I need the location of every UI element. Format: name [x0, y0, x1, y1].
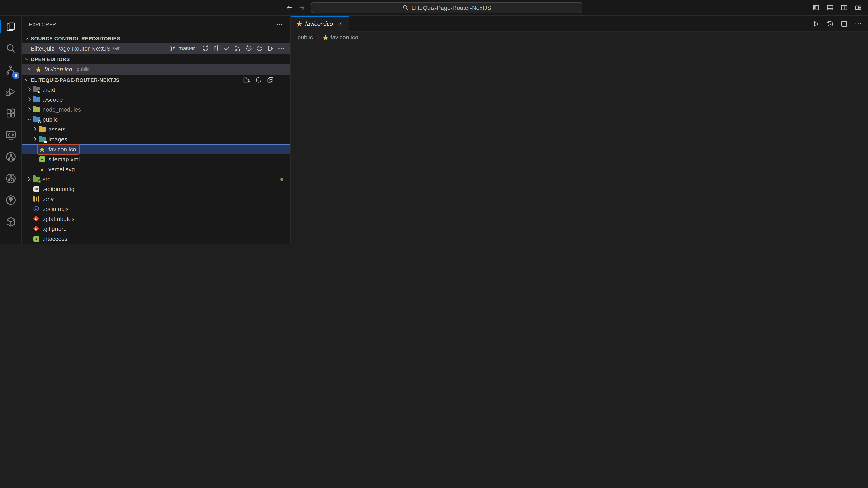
tree-item[interactable]: assets: [22, 124, 290, 134]
tree-item[interactable]: .gitignore: [22, 224, 290, 234]
activity-item-explorer[interactable]: [0, 16, 21, 37]
layout-control[interactable]: [827, 4, 834, 11]
git-modified-dot: [280, 177, 283, 181]
workspace-action[interactable]: [267, 76, 274, 84]
chevron-down-icon: [26, 116, 33, 123]
repo-name: EliteQuiz-Page-Router-NextJS: [31, 45, 111, 52]
tree-item[interactable]: N .next: [22, 85, 290, 94]
section-scm-repositories[interactable]: SOURCE CONTROL REPOSITORIES: [22, 33, 290, 43]
repo-action[interactable]: [223, 45, 230, 52]
xml-icon: ‹›: [38, 156, 46, 163]
eslint-icon: [33, 205, 40, 213]
env-icon: [33, 195, 40, 202]
repo-action[interactable]: [202, 45, 209, 52]
search-icon: [5, 43, 16, 54]
activity-item-project-manager[interactable]: [0, 211, 21, 233]
breadcrumb-item[interactable]: ★ favicon.ico: [315, 34, 358, 40]
nav-arrow-forward[interactable]: [298, 4, 306, 11]
workspace-action[interactable]: [255, 76, 262, 84]
tree-item[interactable]: ★ favicon.ico: [22, 144, 290, 154]
file-tree: N .next .vscode: [22, 85, 290, 244]
editor-group: ★ favicon.ico public ★ favicon.ico: [291, 16, 868, 244]
editor-action[interactable]: [840, 20, 848, 27]
explorer-sidebar: EXPLORER SOURCE CONTROL REPOSITORIES Eli…: [22, 16, 291, 244]
chevron-right-icon: [32, 126, 38, 132]
tree-item-label: vercel.svg: [49, 166, 75, 172]
repo-type: Git: [113, 46, 120, 51]
remote-explorer-icon: [5, 130, 16, 140]
tab-label: favicon.ico: [305, 20, 333, 27]
workspace-action[interactable]: [243, 76, 250, 84]
tree-item[interactable]: * vercel.svg: [22, 164, 290, 174]
star-icon: ★: [38, 145, 46, 153]
layout-control[interactable]: [812, 4, 819, 11]
activity-item-gitlens-inspect[interactable]: [0, 168, 21, 189]
nav-arrow-back[interactable]: [286, 4, 293, 11]
repo-action[interactable]: [256, 45, 263, 52]
command-center-search[interactable]: EliteQuiz-Page-Router-NextJS: [311, 2, 582, 13]
tree-item[interactable]: ec .editorconfig: [22, 184, 290, 194]
tree-item[interactable]: ‹› .htaccess: [22, 234, 290, 243]
activity-item-run-debug[interactable]: [0, 81, 21, 103]
tree-item-label: sitemap.xml: [49, 156, 80, 162]
layout-control[interactable]: [840, 4, 848, 11]
tree-item[interactable]: .eslintrc.js: [22, 204, 290, 214]
repo-action[interactable]: [278, 45, 285, 52]
activity-top: 9: [0, 16, 21, 233]
tree-item[interactable]: ‹› src: [22, 174, 290, 184]
repo-action[interactable]: [213, 45, 220, 52]
title-bar: EliteQuiz-Page-Router-NextJS: [0, 0, 868, 16]
folder-vscode-icon: [33, 96, 40, 103]
scm-badge: 9: [12, 72, 20, 79]
layout-control[interactable]: [855, 4, 862, 11]
tree-item-label: favicon.ico: [49, 146, 76, 153]
activity-item-gitlens[interactable]: [0, 146, 21, 168]
package-box-icon: [5, 217, 16, 227]
activity-item-source-control[interactable]: 9: [0, 59, 21, 81]
editor-action[interactable]: [812, 20, 819, 27]
activity-item-search[interactable]: [0, 37, 21, 59]
section-open-editors[interactable]: OPEN EDITORS: [22, 54, 290, 64]
sidebar-title: EXPLORER: [29, 22, 56, 27]
more-actions-icon[interactable]: [276, 21, 283, 28]
tab-favicon[interactable]: ★ favicon.ico: [291, 16, 349, 32]
activity-item-remote-explorer[interactable]: [0, 124, 21, 146]
tree-item-label: .editorconfig: [42, 186, 74, 192]
breadcrumb-item[interactable]: public: [298, 34, 313, 40]
activity-item-github[interactable]: [0, 189, 21, 211]
activity-item-extensions[interactable]: [0, 103, 21, 124]
close-icon[interactable]: [26, 66, 33, 72]
chevron-down-icon: [24, 35, 30, 41]
tree-item[interactable]: n .npmrc: [22, 243, 290, 244]
tree-item[interactable]: .vscode: [22, 94, 290, 104]
tree-item[interactable]: ‹› sitemap.xml: [22, 154, 290, 164]
github-icon: [5, 195, 16, 205]
editor-actions: [812, 16, 862, 32]
close-icon[interactable]: [338, 21, 344, 27]
workspace-action[interactable]: [278, 76, 286, 84]
repo-action[interactable]: [267, 45, 274, 52]
repo-actions: [202, 45, 285, 52]
chevron-right-icon: [26, 176, 33, 182]
search-icon: [402, 4, 409, 11]
repo-action[interactable]: [234, 45, 241, 52]
tree-item[interactable]: .env: [22, 194, 290, 204]
editor-action[interactable]: [855, 20, 862, 27]
image-preview-canvas[interactable]: [291, 42, 868, 244]
tree-item[interactable]: images: [22, 134, 290, 144]
scm-repo-row[interactable]: EliteQuiz-Page-Router-NextJS Git master*: [22, 43, 290, 54]
tree-item-label: assets: [49, 126, 65, 133]
repo-action[interactable]: [245, 45, 252, 52]
open-editor-row-favicon.ico[interactable]: ★ favicon.ico public: [22, 64, 290, 74]
git-branch-icon: [169, 45, 176, 52]
section-label: OPEN EDITORS: [31, 56, 70, 62]
chevron-right-icon: [32, 136, 38, 142]
section-workspace[interactable]: ELITEQUIZ-PAGE-ROUTER-NEXTJS: [22, 74, 290, 85]
chevron-right-icon: [26, 106, 33, 112]
tree-item[interactable]: public: [22, 114, 290, 124]
editor-action[interactable]: [827, 20, 834, 27]
tree-item-label: .vscode: [42, 96, 63, 103]
tab-bar: ★ favicon.ico: [291, 16, 868, 32]
tree-item[interactable]: .gitattributes: [22, 214, 290, 224]
tree-item[interactable]: node_modules: [22, 104, 290, 114]
